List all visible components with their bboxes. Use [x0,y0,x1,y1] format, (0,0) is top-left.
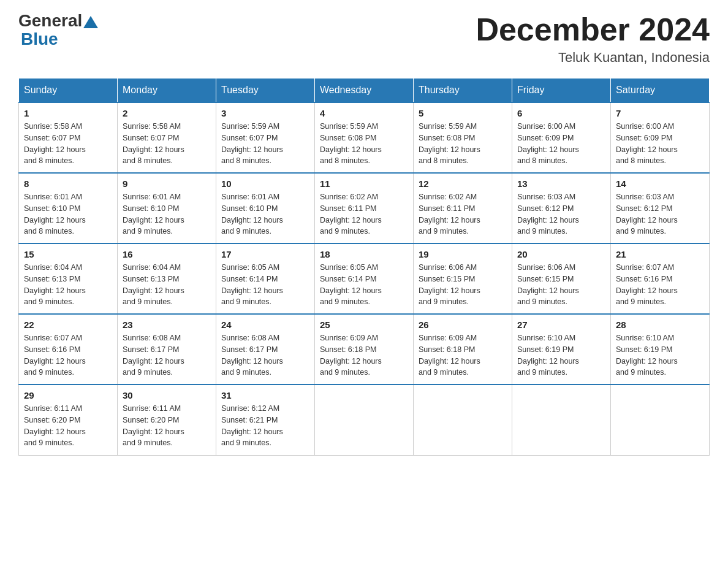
calendar-cell: 21Sunrise: 6:07 AMSunset: 6:16 PMDayligh… [611,243,710,314]
day-number: 21 [616,249,704,259]
day-number: 22 [24,320,112,330]
day-number: 18 [320,249,408,259]
day-info: Sunrise: 6:03 AMSunset: 6:12 PMDaylight:… [517,191,605,237]
day-info: Sunrise: 6:03 AMSunset: 6:12 PMDaylight:… [616,191,704,237]
calendar-cell [611,385,710,455]
day-number: 30 [123,390,211,400]
day-number: 10 [221,178,309,189]
logo: General Blue [18,12,99,49]
calendar-cell: 22Sunrise: 6:07 AMSunset: 6:16 PMDayligh… [19,314,118,385]
day-number: 28 [616,320,704,330]
calendar-week-row: 22Sunrise: 6:07 AMSunset: 6:16 PMDayligh… [19,314,710,385]
calendar-week-row: 29Sunrise: 6:11 AMSunset: 6:20 PMDayligh… [19,385,710,455]
day-number: 13 [517,178,605,189]
day-info: Sunrise: 6:06 AMSunset: 6:15 PMDaylight:… [517,262,605,308]
day-info: Sunrise: 6:10 AMSunset: 6:19 PMDaylight:… [517,332,605,378]
calendar-cell: 8Sunrise: 6:01 AMSunset: 6:10 PMDaylight… [19,173,118,243]
day-info: Sunrise: 6:01 AMSunset: 6:10 PMDaylight:… [24,191,112,237]
calendar-cell [315,385,414,455]
day-info: Sunrise: 6:02 AMSunset: 6:11 PMDaylight:… [320,191,408,237]
calendar-header-row: SundayMondayTuesdayWednesdayThursdayFrid… [19,79,710,103]
location-title: Teluk Kuantan, Indonesia [476,50,710,66]
day-info: Sunrise: 6:07 AMSunset: 6:16 PMDaylight:… [616,262,704,308]
day-info: Sunrise: 5:59 AMSunset: 6:08 PMDaylight:… [320,121,408,167]
day-info: Sunrise: 6:08 AMSunset: 6:17 PMDaylight:… [123,332,211,378]
day-number: 16 [123,249,211,259]
calendar-table: SundayMondayTuesdayWednesdayThursdayFrid… [18,78,710,456]
day-number: 8 [24,178,112,189]
day-number: 20 [517,249,605,259]
col-header-saturday: Saturday [611,79,710,103]
calendar-cell: 3Sunrise: 5:59 AMSunset: 6:07 PMDaylight… [216,102,315,173]
calendar-cell: 7Sunrise: 6:00 AMSunset: 6:09 PMDaylight… [611,102,710,173]
day-info: Sunrise: 6:12 AMSunset: 6:21 PMDaylight:… [221,403,309,449]
day-info: Sunrise: 6:01 AMSunset: 6:10 PMDaylight:… [123,191,211,237]
calendar-cell: 16Sunrise: 6:04 AMSunset: 6:13 PMDayligh… [118,243,216,314]
calendar-cell: 28Sunrise: 6:10 AMSunset: 6:19 PMDayligh… [611,314,710,385]
day-info: Sunrise: 5:58 AMSunset: 6:07 PMDaylight:… [24,121,112,167]
day-number: 3 [221,108,309,118]
day-number: 25 [320,320,408,330]
logo-general-text: General [18,12,82,29]
day-info: Sunrise: 6:02 AMSunset: 6:11 PMDaylight:… [419,191,507,237]
calendar-cell: 4Sunrise: 5:59 AMSunset: 6:08 PMDaylight… [315,102,414,173]
day-info: Sunrise: 6:05 AMSunset: 6:14 PMDaylight:… [320,262,408,308]
calendar-cell: 12Sunrise: 6:02 AMSunset: 6:11 PMDayligh… [414,173,512,243]
day-info: Sunrise: 5:58 AMSunset: 6:07 PMDaylight:… [123,121,211,167]
day-info: Sunrise: 6:09 AMSunset: 6:18 PMDaylight:… [320,332,408,378]
logo-blue-text: Blue [21,29,58,48]
day-number: 12 [419,178,507,189]
col-header-wednesday: Wednesday [315,79,414,103]
calendar-cell: 30Sunrise: 6:11 AMSunset: 6:20 PMDayligh… [118,385,216,455]
day-info: Sunrise: 6:09 AMSunset: 6:18 PMDaylight:… [419,332,507,378]
calendar-week-row: 1Sunrise: 5:58 AMSunset: 6:07 PMDaylight… [19,102,710,173]
calendar-cell: 19Sunrise: 6:06 AMSunset: 6:15 PMDayligh… [414,243,512,314]
day-info: Sunrise: 6:11 AMSunset: 6:20 PMDaylight:… [24,403,112,449]
col-header-tuesday: Tuesday [216,79,315,103]
day-number: 17 [221,249,309,259]
col-header-thursday: Thursday [414,79,512,103]
day-info: Sunrise: 5:59 AMSunset: 6:08 PMDaylight:… [419,121,507,167]
calendar-cell: 31Sunrise: 6:12 AMSunset: 6:21 PMDayligh… [216,385,315,455]
col-header-friday: Friday [512,79,611,103]
day-number: 7 [616,108,704,118]
day-number: 27 [517,320,605,330]
day-number: 11 [320,178,408,189]
calendar-cell: 26Sunrise: 6:09 AMSunset: 6:18 PMDayligh… [414,314,512,385]
calendar-cell: 17Sunrise: 6:05 AMSunset: 6:14 PMDayligh… [216,243,315,314]
calendar-cell: 9Sunrise: 6:01 AMSunset: 6:10 PMDaylight… [118,173,216,243]
col-header-sunday: Sunday [19,79,118,103]
day-info: Sunrise: 6:05 AMSunset: 6:14 PMDaylight:… [221,262,309,308]
calendar-week-row: 8Sunrise: 6:01 AMSunset: 6:10 PMDaylight… [19,173,710,243]
calendar-cell: 14Sunrise: 6:03 AMSunset: 6:12 PMDayligh… [611,173,710,243]
day-info: Sunrise: 6:06 AMSunset: 6:15 PMDaylight:… [419,262,507,308]
day-number: 19 [419,249,507,259]
day-info: Sunrise: 6:01 AMSunset: 6:10 PMDaylight:… [221,191,309,237]
day-info: Sunrise: 6:07 AMSunset: 6:16 PMDaylight:… [24,332,112,378]
calendar-cell: 15Sunrise: 6:04 AMSunset: 6:13 PMDayligh… [19,243,118,314]
calendar-cell: 23Sunrise: 6:08 AMSunset: 6:17 PMDayligh… [118,314,216,385]
day-info: Sunrise: 6:04 AMSunset: 6:13 PMDaylight:… [24,262,112,308]
calendar-cell: 29Sunrise: 6:11 AMSunset: 6:20 PMDayligh… [19,385,118,455]
title-area: December 2024 Teluk Kuantan, Indonesia [476,12,710,66]
day-number: 4 [320,108,408,118]
calendar-cell: 10Sunrise: 6:01 AMSunset: 6:10 PMDayligh… [216,173,315,243]
day-number: 31 [221,390,309,400]
calendar-cell: 13Sunrise: 6:03 AMSunset: 6:12 PMDayligh… [512,173,611,243]
day-info: Sunrise: 6:11 AMSunset: 6:20 PMDaylight:… [123,403,211,449]
col-header-monday: Monday [118,79,216,103]
day-number: 6 [517,108,605,118]
calendar-cell: 6Sunrise: 6:00 AMSunset: 6:09 PMDaylight… [512,102,611,173]
calendar-cell: 11Sunrise: 6:02 AMSunset: 6:11 PMDayligh… [315,173,414,243]
calendar-cell: 1Sunrise: 5:58 AMSunset: 6:07 PMDaylight… [19,102,118,173]
day-info: Sunrise: 6:00 AMSunset: 6:09 PMDaylight:… [616,121,704,167]
day-number: 24 [221,320,309,330]
day-number: 15 [24,249,112,259]
day-info: Sunrise: 6:04 AMSunset: 6:13 PMDaylight:… [123,262,211,308]
day-info: Sunrise: 6:10 AMSunset: 6:19 PMDaylight:… [616,332,704,378]
calendar-cell: 27Sunrise: 6:10 AMSunset: 6:19 PMDayligh… [512,314,611,385]
day-number: 9 [123,178,211,189]
day-number: 14 [616,178,704,189]
calendar-cell [414,385,512,455]
day-info: Sunrise: 5:59 AMSunset: 6:07 PMDaylight:… [221,121,309,167]
